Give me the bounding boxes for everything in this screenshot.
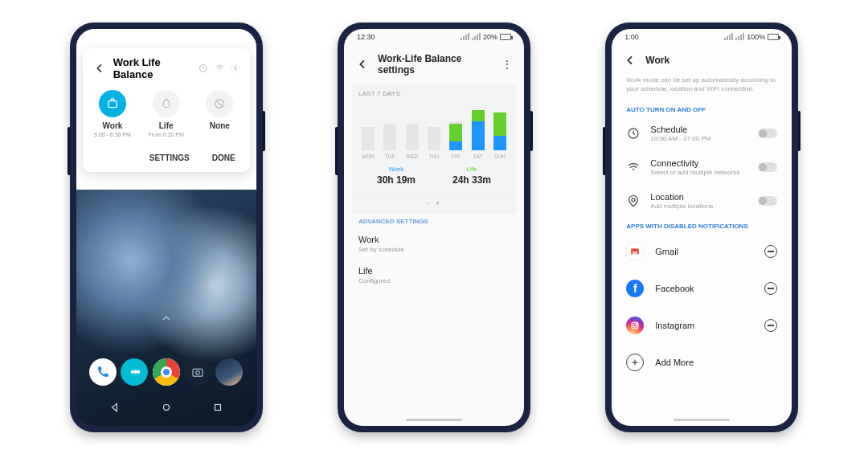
status-bar: 12:30 20% — [344, 29, 524, 45]
remove-icon[interactable] — [764, 245, 777, 258]
chrome-app-icon[interactable] — [153, 358, 180, 386]
nav-recent-icon[interactable] — [212, 402, 223, 413]
header-mini-icons — [199, 63, 240, 73]
mode-label: Life — [140, 121, 193, 130]
remove-icon[interactable] — [764, 282, 777, 295]
advanced-item-life[interactable]: Life Configured — [344, 260, 524, 291]
chart-day-label: WED — [404, 153, 420, 159]
chart-bar — [426, 127, 442, 150]
chevron-up-icon[interactable] — [76, 312, 256, 328]
work-total-value: 30h 19m — [377, 174, 416, 186]
location-toggle[interactable] — [758, 196, 777, 206]
wifi-icon — [215, 63, 224, 73]
mode-sub: From 6:30 PM — [140, 132, 193, 137]
svg-point-11 — [633, 324, 637, 327]
svg-rect-4 — [193, 369, 203, 376]
plus-icon — [626, 354, 644, 371]
gmail-icon — [626, 243, 644, 260]
mode-label: None — [193, 121, 246, 130]
app-name: Instagram — [655, 321, 753, 330]
instagram-icon — [626, 317, 644, 334]
app-name: Facebook — [655, 284, 753, 293]
last-7-days-chart: LAST 7 DAYS MONTUEWEDTHUFRISATSUN Work 3… — [352, 84, 516, 215]
chart-bar — [360, 127, 376, 150]
schedule-toggle[interactable] — [758, 129, 777, 138]
app-row-facebook[interactable]: f Facebook — [612, 270, 792, 307]
remove-icon[interactable] — [764, 319, 777, 332]
advanced-item-work[interactable]: Work Set by schedule — [344, 228, 524, 260]
mode-label: Work — [86, 121, 139, 130]
row-connectivity[interactable]: ConnectivitySelect or add multiple netwo… — [612, 150, 792, 184]
mode-none[interactable]: None — [193, 90, 246, 137]
gesture-bar — [674, 419, 730, 421]
add-more-label: Add More — [655, 358, 777, 367]
mode-sub: 9:00 - 6:30 PM — [86, 132, 139, 137]
chart-bar — [470, 110, 486, 150]
add-more-button[interactable]: Add More — [612, 344, 792, 381]
battery-label: 100% — [747, 33, 765, 41]
nav-back-icon[interactable] — [109, 402, 121, 413]
status-time: 12:30 — [357, 33, 375, 41]
status-time: 1:00 — [624, 33, 639, 41]
row-title: Schedule — [650, 125, 748, 134]
chart-day-label: MON — [360, 153, 376, 159]
item-sub: Configured — [358, 277, 510, 284]
svg-rect-2 — [108, 100, 117, 107]
chart-day-label: TUE — [382, 153, 398, 159]
card-title: Work Life Balance — [113, 56, 199, 80]
signal-icon — [735, 33, 744, 40]
chart-bar — [382, 124, 398, 149]
signal-icon — [461, 33, 469, 40]
clock-icon — [626, 127, 641, 140]
auto-section-header: AUTO TURN ON AND OFF — [612, 101, 792, 117]
phone-mock-3: 1:00 100% Work Work mode can be set up a… — [605, 22, 798, 432]
page-title: Work — [645, 55, 780, 66]
nav-home-icon[interactable] — [161, 402, 172, 413]
gallery-app-icon[interactable] — [215, 358, 243, 386]
chart-bar — [404, 124, 420, 149]
connectivity-toggle[interactable] — [758, 162, 777, 172]
back-icon[interactable] — [623, 53, 637, 67]
messages-app-icon[interactable]: ••• — [121, 358, 148, 386]
chart-bar — [492, 112, 508, 149]
back-icon[interactable] — [355, 57, 370, 72]
status-bar — [76, 29, 256, 45]
app-name: Gmail — [655, 247, 753, 256]
back-icon[interactable] — [92, 61, 107, 76]
mode-work[interactable]: Work 9:00 - 6:30 PM — [86, 90, 139, 137]
apps-section-header: APPS WITH DISABLED NOTIFICATIONS — [612, 218, 792, 233]
row-title: Connectivity — [650, 158, 748, 168]
phone-app-icon[interactable] — [89, 358, 117, 386]
camera-app-icon[interactable] — [184, 358, 211, 386]
done-button[interactable]: DONE — [212, 153, 235, 162]
settings-button[interactable]: SETTINGS — [149, 153, 190, 162]
battery-icon — [500, 34, 511, 40]
app-row-instagram[interactable]: Instagram — [612, 307, 792, 344]
signal-icon — [724, 33, 733, 40]
svg-point-5 — [196, 370, 200, 374]
chart-bar — [448, 121, 464, 150]
wifi-icon — [626, 161, 641, 174]
battery-icon — [768, 34, 779, 40]
life-total-value: 24h 33m — [452, 174, 491, 186]
row-schedule[interactable]: Schedule10:00 AM - 07:00 PM — [612, 117, 792, 150]
screen: Work Life Balance Work 9:00 - 6:30 PM Li… — [76, 29, 256, 426]
page-indicator: ○ ● — [358, 199, 510, 207]
row-location[interactable]: LocationAdd multiple locations — [612, 184, 792, 218]
svg-point-9 — [632, 198, 635, 202]
phone-mock-1: Work Life Balance Work 9:00 - 6:30 PM Li… — [70, 22, 263, 432]
phone-mock-2: 12:30 20% Work-Life Balance settings ⋮ L… — [338, 22, 530, 432]
item-sub: Set by schedule — [358, 246, 510, 253]
mode-life[interactable]: Life From 6:30 PM — [140, 90, 193, 137]
svg-point-6 — [163, 404, 169, 410]
chart-day-label: FRI — [448, 153, 464, 159]
overflow-menu-icon[interactable]: ⋮ — [502, 59, 513, 70]
item-title: Life — [358, 266, 510, 276]
item-title: Work — [358, 235, 510, 244]
gesture-bar — [406, 419, 462, 421]
chart-caption: LAST 7 DAYS — [358, 90, 510, 97]
location-icon — [626, 194, 641, 207]
svg-rect-7 — [215, 404, 220, 410]
chart-day-label: SUN — [492, 153, 508, 159]
app-row-gmail[interactable]: Gmail — [612, 233, 792, 270]
